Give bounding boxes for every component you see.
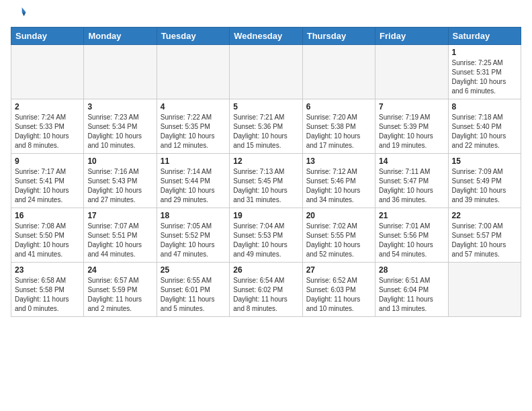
calendar-cell: 8Sunrise: 7:18 AM Sunset: 5:40 PM Daylig…: [448, 99, 521, 154]
calendar-cell: 2Sunrise: 7:24 AM Sunset: 5:33 PM Daylig…: [11, 99, 84, 154]
calendar-cell: 26Sunrise: 6:54 AM Sunset: 6:02 PM Dayli…: [230, 263, 302, 317]
day-info: Sunrise: 7:11 AM Sunset: 5:47 PM Dayligh…: [379, 167, 444, 205]
day-info: Sunrise: 7:01 AM Sunset: 5:56 PM Dayligh…: [379, 222, 444, 259]
day-info: Sunrise: 7:02 AM Sunset: 5:55 PM Dayligh…: [306, 222, 371, 259]
day-number: 15: [452, 156, 517, 166]
weekday-header-sunday: Sunday: [11, 28, 84, 45]
calendar-cell: [448, 263, 521, 317]
day-number: 25: [161, 265, 226, 275]
day-info: Sunrise: 7:00 AM Sunset: 5:57 PM Dayligh…: [452, 222, 517, 259]
day-info: Sunrise: 7:07 AM Sunset: 5:51 PM Dayligh…: [87, 222, 152, 259]
svg-marker-0: [22, 7, 26, 12]
day-number: 22: [452, 211, 517, 220]
calendar-cell: 4Sunrise: 7:22 AM Sunset: 5:35 PM Daylig…: [157, 99, 229, 154]
header: [11, 7, 521, 23]
day-number: 7: [379, 102, 444, 111]
calendar-cell: [11, 45, 84, 99]
svg-marker-1: [22, 12, 26, 16]
calendar-cell: 21Sunrise: 7:01 AM Sunset: 5:56 PM Dayli…: [375, 208, 448, 263]
week-row-1: 1Sunrise: 7:25 AM Sunset: 5:31 PM Daylig…: [11, 45, 521, 99]
calendar-cell: [375, 45, 448, 99]
weekday-header-monday: Monday: [84, 28, 157, 45]
calendar-cell: [157, 45, 229, 99]
day-info: Sunrise: 7:14 AM Sunset: 5:44 PM Dayligh…: [161, 167, 226, 205]
day-number: 6: [306, 102, 371, 111]
logo: [11, 7, 27, 23]
day-info: Sunrise: 6:52 AM Sunset: 6:03 PM Dayligh…: [306, 276, 371, 314]
calendar-cell: 17Sunrise: 7:07 AM Sunset: 5:51 PM Dayli…: [84, 208, 157, 263]
day-info: Sunrise: 7:18 AM Sunset: 5:40 PM Dayligh…: [452, 113, 517, 150]
weekday-header-friday: Friday: [375, 28, 448, 45]
calendar-cell: 6Sunrise: 7:20 AM Sunset: 5:38 PM Daylig…: [302, 99, 375, 154]
calendar-cell: 1Sunrise: 7:25 AM Sunset: 5:31 PM Daylig…: [448, 45, 521, 99]
calendar-cell: 7Sunrise: 7:19 AM Sunset: 5:39 PM Daylig…: [375, 99, 448, 154]
weekday-header-thursday: Thursday: [302, 28, 375, 45]
logo-icon: [12, 5, 27, 20]
week-row-2: 2Sunrise: 7:24 AM Sunset: 5:33 PM Daylig…: [11, 99, 521, 154]
day-number: 1: [452, 48, 517, 57]
weekday-header-tuesday: Tuesday: [157, 28, 229, 45]
calendar-cell: 9Sunrise: 7:17 AM Sunset: 5:41 PM Daylig…: [11, 154, 84, 208]
day-info: Sunrise: 6:58 AM Sunset: 5:58 PM Dayligh…: [15, 276, 80, 314]
calendar-cell: 15Sunrise: 7:09 AM Sunset: 5:49 PM Dayli…: [448, 154, 521, 208]
calendar-cell: 24Sunrise: 6:57 AM Sunset: 5:59 PM Dayli…: [84, 263, 157, 317]
day-info: Sunrise: 7:21 AM Sunset: 5:36 PM Dayligh…: [233, 113, 298, 150]
calendar-cell: 16Sunrise: 7:08 AM Sunset: 5:50 PM Dayli…: [11, 208, 84, 263]
day-number: 11: [161, 156, 226, 166]
calendar-cell: 3Sunrise: 7:23 AM Sunset: 5:34 PM Daylig…: [84, 99, 157, 154]
calendar-cell: 22Sunrise: 7:00 AM Sunset: 5:57 PM Dayli…: [448, 208, 521, 263]
calendar-table: SundayMondayTuesdayWednesdayThursdayFrid…: [11, 27, 521, 317]
day-info: Sunrise: 7:12 AM Sunset: 5:46 PM Dayligh…: [306, 167, 371, 205]
calendar-cell: 13Sunrise: 7:12 AM Sunset: 5:46 PM Dayli…: [302, 154, 375, 208]
calendar-cell: 12Sunrise: 7:13 AM Sunset: 5:45 PM Dayli…: [230, 154, 302, 208]
weekday-header-row: SundayMondayTuesdayWednesdayThursdayFrid…: [11, 28, 521, 45]
day-info: Sunrise: 7:22 AM Sunset: 5:35 PM Dayligh…: [161, 113, 226, 150]
calendar-cell: 23Sunrise: 6:58 AM Sunset: 5:58 PM Dayli…: [11, 263, 84, 317]
day-number: 10: [87, 156, 152, 166]
weekday-header-saturday: Saturday: [448, 28, 521, 45]
day-number: 12: [233, 156, 298, 166]
calendar-cell: 10Sunrise: 7:16 AM Sunset: 5:43 PM Dayli…: [84, 154, 157, 208]
calendar-cell: 11Sunrise: 7:14 AM Sunset: 5:44 PM Dayli…: [157, 154, 229, 208]
day-info: Sunrise: 7:17 AM Sunset: 5:41 PM Dayligh…: [15, 167, 80, 205]
day-number: 17: [87, 211, 152, 220]
day-info: Sunrise: 6:55 AM Sunset: 6:01 PM Dayligh…: [161, 276, 226, 314]
day-number: 28: [379, 265, 444, 275]
day-number: 23: [15, 265, 80, 275]
day-info: Sunrise: 6:54 AM Sunset: 6:02 PM Dayligh…: [233, 276, 298, 314]
calendar-cell: 20Sunrise: 7:02 AM Sunset: 5:55 PM Dayli…: [302, 208, 375, 263]
day-info: Sunrise: 7:04 AM Sunset: 5:53 PM Dayligh…: [233, 222, 298, 259]
page: SundayMondayTuesdayWednesdayThursdayFrid…: [0, 0, 532, 411]
day-number: 21: [379, 211, 444, 220]
day-number: 19: [233, 211, 298, 220]
day-info: Sunrise: 7:05 AM Sunset: 5:52 PM Dayligh…: [161, 222, 226, 259]
calendar-cell: [230, 45, 302, 99]
week-row-5: 23Sunrise: 6:58 AM Sunset: 5:58 PM Dayli…: [11, 263, 521, 317]
day-info: Sunrise: 7:25 AM Sunset: 5:31 PM Dayligh…: [452, 58, 517, 96]
day-number: 24: [87, 265, 152, 275]
day-number: 14: [379, 156, 444, 166]
calendar-cell: 28Sunrise: 6:51 AM Sunset: 6:04 PM Dayli…: [375, 263, 448, 317]
day-number: 9: [15, 156, 80, 166]
day-info: Sunrise: 6:51 AM Sunset: 6:04 PM Dayligh…: [379, 276, 444, 314]
day-info: Sunrise: 7:23 AM Sunset: 5:34 PM Dayligh…: [87, 113, 152, 150]
day-number: 5: [233, 102, 298, 111]
calendar-cell: [302, 45, 375, 99]
day-number: 4: [161, 102, 226, 111]
day-info: Sunrise: 7:09 AM Sunset: 5:49 PM Dayligh…: [452, 167, 517, 205]
week-row-3: 9Sunrise: 7:17 AM Sunset: 5:41 PM Daylig…: [11, 154, 521, 208]
day-info: Sunrise: 7:16 AM Sunset: 5:43 PM Dayligh…: [87, 167, 152, 205]
day-number: 20: [306, 211, 371, 220]
day-info: Sunrise: 7:13 AM Sunset: 5:45 PM Dayligh…: [233, 167, 298, 205]
calendar-cell: 27Sunrise: 6:52 AM Sunset: 6:03 PM Dayli…: [302, 263, 375, 317]
calendar-cell: 5Sunrise: 7:21 AM Sunset: 5:36 PM Daylig…: [230, 99, 302, 154]
day-number: 26: [233, 265, 298, 275]
day-number: 27: [306, 265, 371, 275]
calendar-cell: 14Sunrise: 7:11 AM Sunset: 5:47 PM Dayli…: [375, 154, 448, 208]
calendar-cell: 18Sunrise: 7:05 AM Sunset: 5:52 PM Dayli…: [157, 208, 229, 263]
day-number: 2: [15, 102, 80, 111]
day-number: 8: [452, 102, 517, 111]
calendar-cell: 19Sunrise: 7:04 AM Sunset: 5:53 PM Dayli…: [230, 208, 302, 263]
calendar-cell: 25Sunrise: 6:55 AM Sunset: 6:01 PM Dayli…: [157, 263, 229, 317]
calendar-cell: [84, 45, 157, 99]
